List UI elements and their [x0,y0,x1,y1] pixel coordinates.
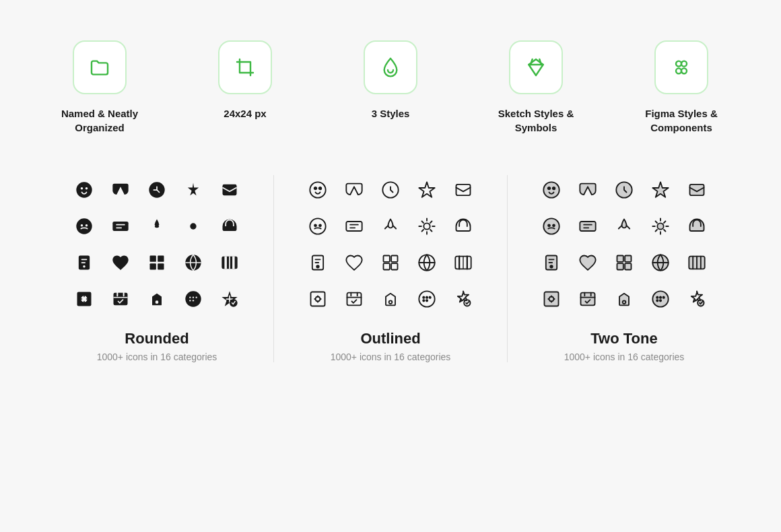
style-twotone: Two Tone 1000+ icons in 16 categories [508,175,741,362]
outlined-icon-4 [412,175,442,205]
feature-label-sketch: Sketch Styles & Symbols [490,106,582,135]
svg-rect-90 [625,256,631,262]
outlined-icon-18 [376,284,405,314]
svg-rect-23 [158,263,164,269]
twotone-icon-6 [537,211,566,241]
svg-point-72 [548,187,551,190]
components-icon [671,57,692,78]
svg-rect-60 [311,292,325,306]
svg-point-39 [310,182,325,197]
svg-point-44 [310,218,325,234]
crop-icon [234,57,256,78]
svg-rect-51 [384,256,390,262]
feature-icon-box-size [218,40,272,94]
feature-icon-box-figma [654,40,708,94]
outlined-icon-2 [339,175,369,205]
twotone-icon-8 [609,211,639,241]
rounded-icon-17 [106,284,135,314]
svg-point-63 [419,291,434,306]
svg-point-112 [663,297,664,298]
twotone-icon-10 [682,211,712,241]
outlined-icon-11 [303,248,333,277]
svg-point-35 [196,297,197,298]
rounded-icon-12 [106,248,135,277]
outlined-icon-6 [303,211,333,241]
outlined-icon-10 [448,211,478,241]
rounded-icon-5 [215,175,244,205]
feature-label-size: 24x24 px [224,106,266,121]
feature-icon-box-styles [364,40,417,94]
twotone-icon-1 [537,175,566,205]
outlined-icon-15 [448,248,478,277]
outlined-subtitle: 1000+ icons in 16 categories [331,352,451,362]
twotone-icon-13 [609,248,639,277]
svg-point-13 [76,218,92,234]
feature-label-figma: Figma Styles & Components [636,106,727,135]
svg-point-4 [676,61,681,67]
svg-point-41 [319,187,322,190]
folder-icon [89,57,110,78]
rounded-icon-15 [215,248,244,277]
svg-rect-54 [391,263,397,269]
svg-point-46 [319,224,321,226]
svg-point-33 [189,297,191,298]
svg-point-48 [423,223,430,229]
svg-rect-76 [689,185,704,195]
twotone-icon-18 [609,284,639,314]
outlined-icon-16 [303,284,333,314]
svg-point-68 [426,300,428,301]
svg-point-10 [86,187,88,190]
twotone-icon-4 [646,175,675,205]
outlined-title: Outlined [360,330,420,347]
twotone-icon-14 [646,248,675,277]
svg-rect-22 [150,263,156,269]
twotone-icon-3 [609,175,639,205]
rounded-icon-7 [106,211,135,241]
feature-figma: Figma Styles & Components [636,40,727,135]
outlined-icon-19 [412,284,442,314]
svg-rect-43 [456,185,471,195]
style-rounded: Rounded 1000+ icons in 16 categories [40,175,273,362]
diamond-icon [525,57,547,78]
twotone-icon-2 [573,175,603,205]
svg-point-81 [553,224,555,226]
svg-point-19 [83,265,86,268]
svg-point-34 [193,297,194,298]
feature-label-named: Named & Neatly Organized [54,106,145,135]
svg-rect-16 [112,222,128,231]
svg-point-5 [681,61,687,67]
rounded-title: Rounded [125,330,189,347]
style-outlined: Outlined 1000+ icons in 16 categories [274,175,507,362]
twotone-subtitle: 1000+ icons in 16 categories [564,352,685,362]
svg-rect-104 [544,292,558,306]
svg-rect-92 [625,263,631,269]
rounded-icon-16 [69,284,99,314]
feature-styles: 3 Styles [345,40,436,121]
outlined-icon-14 [412,248,442,277]
rounded-icon-9 [178,211,208,241]
rounded-icon-3 [142,175,172,205]
svg-rect-20 [150,256,156,262]
svg-point-73 [553,187,555,190]
svg-point-6 [676,68,681,73]
svg-point-65 [426,297,428,298]
outlined-icon-13 [376,248,405,277]
svg-point-67 [423,300,424,301]
twotone-icon-17 [573,284,603,314]
twotone-icon-15 [682,248,712,277]
svg-point-32 [185,291,201,306]
svg-point-66 [430,297,431,298]
svg-point-62 [389,300,393,304]
rounded-icon-20 [215,284,244,314]
svg-point-14 [81,224,83,227]
rounded-icon-18 [142,284,172,314]
svg-point-37 [193,300,194,301]
feature-named: Named & Neatly Organized [54,40,145,135]
outlined-icon-3 [376,175,405,205]
twotone-icon-7 [573,211,603,241]
twotone-icon-11 [537,248,566,277]
features-section: Named & Neatly Organized 24x24 px 3 Styl… [0,0,781,162]
styles-section: Rounded 1000+ icons in 16 categories [0,162,781,389]
svg-point-40 [314,187,317,190]
feature-icon-box-sketch [509,40,563,94]
